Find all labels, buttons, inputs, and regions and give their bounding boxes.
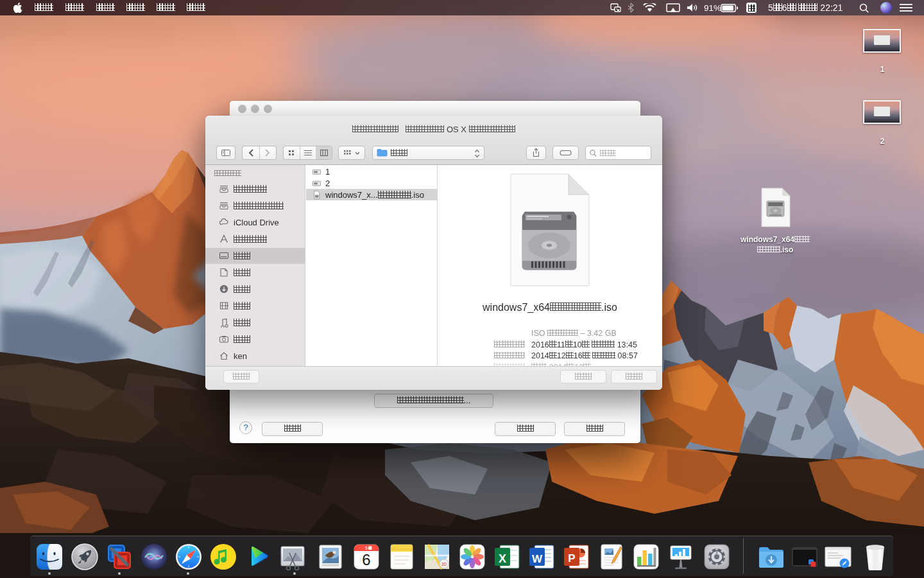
- svg-text:6: 6: [362, 551, 370, 568]
- svg-text:5: 5: [365, 546, 368, 550]
- svg-text:P: P: [568, 552, 575, 565]
- svg-text:W: W: [532, 553, 543, 565]
- svg-text:3D: 3D: [441, 562, 447, 566]
- svg-text:X: X: [499, 552, 506, 565]
